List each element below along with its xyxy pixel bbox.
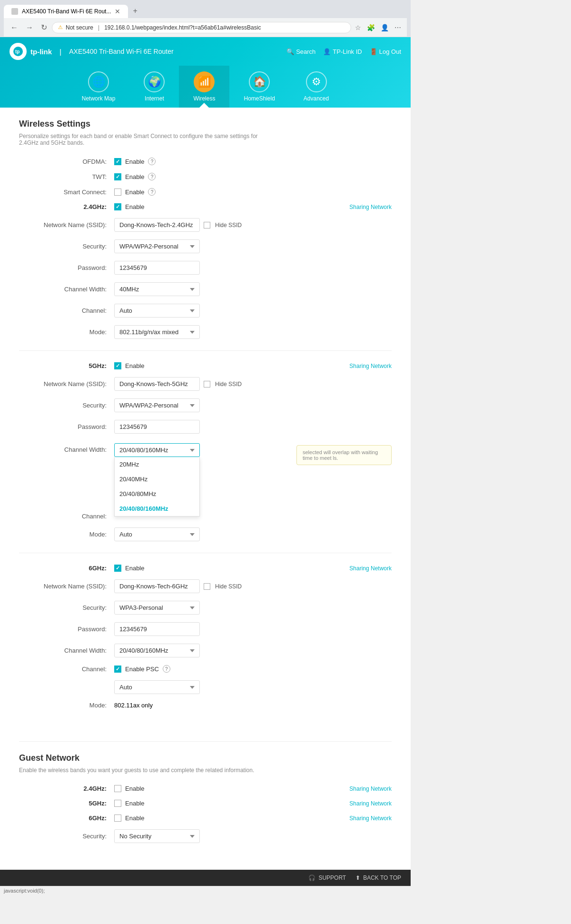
back-to-top-label: BACK TO TOP [363, 874, 401, 881]
band-5-enable-text: Enable [125, 362, 144, 369]
back-to-top-button[interactable]: ⬆ BACK TO TOP [355, 874, 401, 881]
status-bar: javascript:void(0); [0, 886, 411, 895]
band-24-security-select[interactable]: WPA/WPA2-Personal WPA2-Personal WPA3-Per… [114, 239, 200, 253]
band-24-enable-text: Enable [125, 203, 144, 210]
guest-6-checkbox[interactable] [114, 815, 121, 822]
nav-item-network-map[interactable]: 🌐 Network Map [68, 66, 130, 108]
back-button[interactable]: ← [8, 21, 21, 34]
band-5-sharing-link[interactable]: Sharing Network [349, 363, 392, 369]
band-24-security-label: Security: [19, 243, 114, 250]
band-5-chwidth-select[interactable]: 20MHz 20/40MHz 20/40/80MHz 20/40/80/160M… [114, 443, 200, 457]
band-24-password-input[interactable] [114, 261, 200, 275]
ofdma-help-icon[interactable]: ? [148, 158, 156, 165]
band-6-password-control [114, 622, 392, 636]
smart-connect-help-icon[interactable]: ? [148, 188, 156, 196]
band-6-chwidth-select[interactable]: 20/40/80/160MHz [114, 644, 200, 657]
tplink-id-button[interactable]: 👤 TP-Link ID [323, 48, 362, 55]
band-5-hide-ssid-checkbox[interactable] [204, 381, 210, 387]
smart-connect-row: Smart Connect: Enable ? [19, 188, 392, 196]
band-6-ssid-input[interactable] [114, 579, 200, 593]
address-bar[interactable]: ⚠ Not secure | 192.168.0.1/webpages/inde… [52, 22, 351, 33]
guest-24-sharing-link[interactable]: Sharing Network [349, 785, 392, 792]
nav-item-homeshield[interactable]: 🏠 HomeShield [229, 66, 289, 108]
band-6-password-input[interactable] [114, 622, 200, 636]
band-24-ssid-input[interactable] [114, 218, 200, 232]
band-5-chwidth-control: 20MHz 20/40MHz 20/40/80MHz 20/40/80/160M… [114, 443, 289, 457]
band-24-chwidth-control: 20MHz 40MHz [114, 282, 392, 296]
guest-network-title: Guest Network [19, 753, 392, 763]
forward-button[interactable]: → [23, 21, 36, 34]
chwidth-option-2040[interactable]: 20/40MHz [115, 472, 199, 487]
twt-help-icon[interactable]: ? [148, 173, 156, 180]
band-24-control: Enable Sharing Network [114, 203, 392, 210]
nav-icon-homeshield: 🏠 [249, 71, 270, 92]
band-24-channel-select[interactable]: Auto [114, 304, 200, 318]
band-6-password-row: Password: [19, 622, 392, 636]
chwidth-option-20[interactable]: 20MHz [115, 457, 199, 472]
band-6-checkbox[interactable] [114, 565, 121, 572]
ofdma-enable-text: Enable [125, 158, 144, 165]
smart-connect-checkbox[interactable] [114, 189, 121, 196]
band-5-password-input[interactable] [114, 420, 200, 434]
band-6-hide-ssid-checkbox[interactable] [204, 583, 210, 590]
smart-connect-label: Smart Connect: [19, 189, 114, 196]
band-24-hide-ssid-label: Hide SSID [215, 222, 242, 229]
band-5-security-select[interactable]: WPA/WPA2-Personal WPA2-Personal WPA3-Per… [114, 398, 200, 412]
twt-checkbox[interactable] [114, 173, 121, 180]
guest-5-row: 5GHz: Enable Sharing Network [19, 800, 392, 807]
band-5-channel-row: Channel: [19, 513, 392, 520]
ofdma-checkbox[interactable] [114, 158, 121, 165]
close-tab-button[interactable]: ✕ [115, 8, 120, 15]
band-6-sharing-link[interactable]: Sharing Network [349, 565, 392, 572]
main-navigation: 🌐 Network Map 🌍 Internet 📶 Wireless 🏠 Ho… [0, 66, 411, 108]
logout-button[interactable]: 🚪 Log Out [370, 48, 401, 55]
band-24-checkbox[interactable] [114, 203, 121, 210]
new-tab-button[interactable]: + [128, 4, 142, 18]
chwidth-option-204080160[interactable]: 20/40/80/160MHz [115, 501, 199, 516]
profile-button[interactable]: 👤 [379, 22, 391, 33]
reload-button[interactable]: ↻ [38, 21, 50, 34]
band-24-mode-select[interactable]: 802.11b/g/n/ax mixed [114, 325, 200, 339]
guest-5-checkbox[interactable] [114, 800, 121, 807]
band-5-password-control [114, 420, 392, 434]
logo-text: tp-link [30, 48, 52, 56]
guest-24-checkbox[interactable] [114, 785, 121, 792]
search-button[interactable]: 🔍 Search [286, 48, 315, 55]
band-6-channel-auto-select[interactable]: Auto [114, 680, 200, 694]
twt-control: Enable ? [114, 173, 392, 180]
band-5-chwidth-label: Channel Width: [19, 443, 114, 453]
support-button[interactable]: 🎧 SUPPORT [308, 874, 346, 881]
band-5-checkbox[interactable] [114, 362, 121, 369]
band-24-sharing-link[interactable]: Sharing Network [349, 204, 392, 210]
guest-6-sharing-link[interactable]: Sharing Network [349, 815, 392, 822]
search-icon: 🔍 [286, 48, 294, 55]
guest-security-select[interactable]: No Security WPA/WPA2-Personal WPA3-Perso… [114, 829, 200, 843]
nav-item-internet[interactable]: 🌍 Internet [129, 66, 179, 108]
bookmark-button[interactable]: ☆ [353, 22, 363, 33]
band-6-psc-checkbox[interactable] [114, 666, 121, 673]
nav-item-wireless[interactable]: 📶 Wireless [179, 66, 229, 108]
tplink-logo: tp tp-link | AXE5400 Tri-Band Wi-Fi 6E R… [10, 43, 174, 60]
band-24-chwidth-select[interactable]: 20MHz 40MHz [114, 282, 200, 296]
band-5-mode-select[interactable]: Auto [114, 527, 200, 541]
chwidth-option-20408[interactable]: 20/40/80MHz [115, 487, 199, 501]
guest-24-row: 2.4GHz: Enable Sharing Network [19, 785, 392, 792]
address-security-text: Not secure [66, 24, 93, 31]
wireless-settings-desc: Personalize settings for each band or en… [19, 133, 266, 146]
band-6-psc-label: Enable PSC [125, 666, 159, 673]
band-6-label: 6GHz: [19, 565, 114, 572]
guest-5-sharing-link[interactable]: Sharing Network [349, 800, 392, 807]
band-24-ssid-row: Network Name (SSID): Hide SSID [19, 218, 392, 232]
nav-item-advanced[interactable]: ⚙ Advanced [289, 66, 343, 108]
nav-label-network-map: Network Map [82, 95, 116, 102]
band-6-psc-help-icon[interactable]: ? [163, 665, 170, 673]
band-5-ssid-input[interactable] [114, 377, 200, 391]
extension-button[interactable]: 🧩 [365, 22, 377, 33]
browser-tab-active: AXE5400 Tri-Band Wi-Fi 6E Rout... ✕ [4, 5, 128, 18]
band-24-hide-ssid: Hide SSID [204, 222, 242, 229]
more-button[interactable]: ⋯ [393, 22, 403, 33]
band-6-security-select[interactable]: WPA3-Personal None [114, 601, 200, 615]
tplink-id-label: TP-Link ID [333, 48, 362, 55]
router-model: AXE5400 Tri-Band Wi-Fi 6E Router [69, 48, 173, 55]
band-24-hide-ssid-checkbox[interactable] [204, 222, 210, 229]
